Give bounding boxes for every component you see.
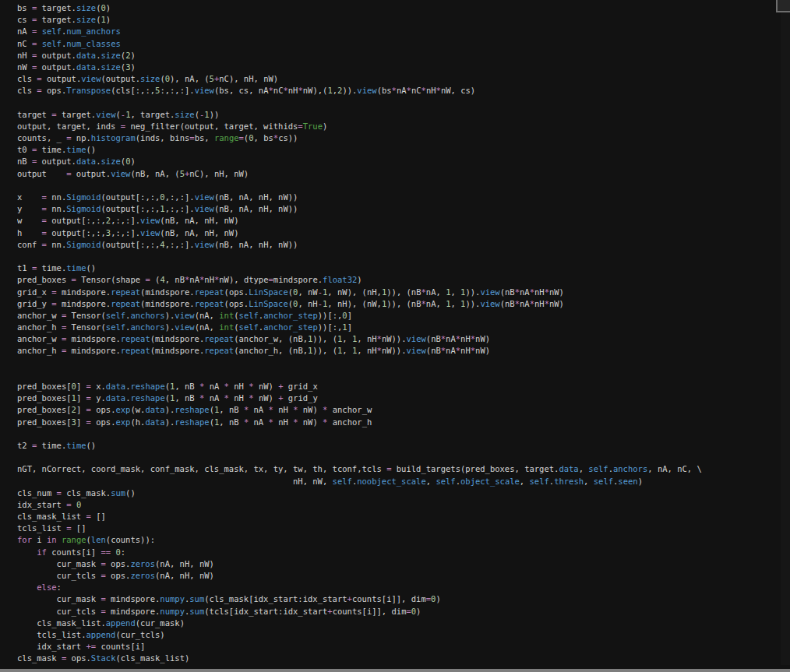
- code-line[interactable]: cls_mask = ops.Stack(cls_mask_list): [17, 653, 779, 664]
- code-line[interactable]: pred_boxes[2] = ops.exp(w.data).reshape(…: [17, 404, 779, 416]
- code-line[interactable]: cur_tcls = ops.zeros(nA, nH, nW): [17, 570, 779, 582]
- code-line[interactable]: x = nn.Sigmoid(output[:,:,0,:,:].view(nB…: [17, 192, 779, 203]
- code-line[interactable]: [17, 428, 779, 440]
- code-token: )), (nB: [386, 299, 421, 308]
- code-line[interactable]: tcls_list = []: [17, 522, 779, 534]
- code-token: repeat: [204, 346, 234, 355]
- code-token: sum: [189, 594, 204, 603]
- code-line[interactable]: idx_start += counts[i]: [17, 641, 779, 653]
- code-line[interactable]: output = output.view(nB, nA, (5+nC), nH,…: [17, 168, 779, 180]
- code-line[interactable]: anchor_w = mindspore.repeat(mindspore.re…: [17, 333, 779, 345]
- code-line[interactable]: cur_mask = mindspore.numpy.sum(cls_mask[…: [17, 593, 779, 605]
- code-token: t2: [17, 441, 32, 450]
- code-line[interactable]: anchor_h = Tensor(self.anchors).view(nA,…: [17, 322, 779, 333]
- code-token: ops.: [66, 653, 91, 663]
- code-line[interactable]: y = nn.Sigmoid(output[:,:,1,:,:].view(nB…: [17, 203, 779, 215]
- code-line[interactable]: grid_y = mindspore.repeat(mindspore.repe…: [17, 298, 779, 310]
- code-line[interactable]: w = output[:,:,2,:,:].view(nB, nA, nH, n…: [17, 215, 779, 227]
- code-line[interactable]: cs = target.size(1): [17, 14, 779, 26]
- code-token: ops.: [91, 405, 116, 414]
- code-line[interactable]: if counts[i] == 0:: [17, 547, 779, 558]
- code-line[interactable]: conf = nn.Sigmoid(output[:,:,4,:,:].view…: [17, 239, 779, 251]
- code-line[interactable]: nGT, nCorrect, coord_mask, conf_mask, cl…: [17, 463, 779, 475]
- code-line[interactable]: anchor_h = mindspore.repeat(mindspore.re…: [17, 345, 779, 357]
- code-token: time.: [37, 145, 66, 154]
- code-line[interactable]: cls = output.view(output.size(0), nA, (5…: [17, 73, 779, 85]
- code-line[interactable]: pred_boxes[0] = x.data.reshape(1, nB * n…: [17, 381, 779, 392]
- code-line[interactable]: [17, 357, 779, 369]
- vertical-scrollbar-track[interactable]: [781, 0, 790, 665]
- code-line[interactable]: cur_mask = ops.zeros(nA, nH, nW): [17, 558, 779, 570]
- code-line[interactable]: pred_boxes[3] = ops.exp(h.data).reshape(…: [17, 417, 779, 428]
- code-line[interactable]: [17, 369, 779, 381]
- code-token: view: [175, 311, 194, 320]
- code-line[interactable]: nH = output.data.size(2): [17, 50, 779, 62]
- code-token: target.: [37, 15, 76, 24]
- code-line[interactable]: [17, 97, 779, 109]
- code-line[interactable]: h = output[:,:,3,:,:].view(nB, nA, nH, n…: [17, 227, 779, 239]
- code-line[interactable]: counts, _ = np.histogram(inds, bins=bs, …: [17, 132, 779, 144]
- code-token: data: [145, 405, 164, 414]
- code-token: pred_boxes[: [17, 417, 72, 427]
- code-line[interactable]: tcls_list.append(cur_tcls): [17, 629, 779, 641]
- code-token: histogram: [91, 133, 136, 142]
- code-area[interactable]: bs = target.size(0)cs = target.size(1)nA…: [17, 2, 779, 666]
- code-line[interactable]: t1 = time.time(): [17, 262, 779, 274]
- code-token: ): [130, 62, 135, 72]
- code-line[interactable]: pred_boxes = Tensor(shape = (4, nB*nA*nH…: [17, 274, 779, 286]
- code-token: nW), dtype: [219, 275, 268, 284]
- code-token: view: [407, 346, 426, 355]
- code-line[interactable]: [17, 452, 779, 463]
- code-line[interactable]: anchor_w = Tensor(self.anchors).view(nA,…: [17, 310, 779, 322]
- code-token: nH: [534, 299, 545, 308]
- code-line[interactable]: idx_start = 0: [17, 499, 779, 511]
- code-token: view: [140, 228, 160, 237]
- code-line[interactable]: output, target, inds = neg_filter(output…: [17, 121, 779, 132]
- code-token: ,: [450, 287, 460, 297]
- code-line[interactable]: t0 = time.time(): [17, 144, 779, 156]
- code-token: sum: [111, 488, 125, 498]
- code-token: output.: [72, 169, 111, 178]
- code-token: ,:,:].: [111, 228, 140, 237]
- code-line[interactable]: pred_boxes[1] = y.data.reshape(1, nB * n…: [17, 392, 779, 404]
- code-token: (nA, nH, nW): [155, 559, 214, 568]
- code-token: data: [76, 62, 96, 72]
- code-token: (cur_mask): [136, 618, 185, 628]
- code-line[interactable]: target = target.view(-1, target.size(-1)…: [17, 109, 779, 121]
- code-token: in: [47, 535, 57, 544]
- code-line[interactable]: cls = ops.Transpose(cls[:,:,5:,:,:].view…: [17, 85, 779, 97]
- code-token: )): [210, 110, 220, 119]
- code-token: repeat: [195, 287, 224, 297]
- code-line[interactable]: else:: [17, 582, 779, 593]
- code-line[interactable]: nB = output.data.size(0): [17, 156, 779, 167]
- code-line[interactable]: nH, nW, self.noobject_scale, self.object…: [17, 476, 779, 487]
- code-token: view: [407, 334, 426, 343]
- code-line[interactable]: [17, 251, 779, 262]
- vertical-scrollbar-thumb[interactable]: [776, 0, 790, 12]
- code-line[interactable]: cls_mask_list = []: [17, 511, 779, 522]
- code-token: time: [66, 145, 86, 154]
- code-token: cls_num: [17, 488, 57, 498]
- horizontal-scrollbar[interactable]: [0, 669, 790, 672]
- code-token: nH, nW,: [17, 477, 333, 486]
- code-line[interactable]: cur_tcls = mindspore.numpy.sum(tcls[idx_…: [17, 606, 779, 617]
- code-token: output.: [37, 62, 76, 72]
- code-token: data: [559, 464, 578, 473]
- code-token: ,: [342, 346, 352, 355]
- code-line[interactable]: cls_mask_list.append(cur_mask): [17, 617, 779, 629]
- code-line[interactable]: cls_num = cls_mask.sum(): [17, 487, 779, 499]
- code-token: ).: [165, 405, 175, 414]
- code-token: ): [130, 157, 135, 166]
- code-token: nA,: [426, 287, 446, 297]
- code-line[interactable]: t2 = time.time(): [17, 440, 779, 452]
- code-line[interactable]: for i in range(len(counts)):: [17, 534, 779, 546]
- code-line[interactable]: grid_x = mindspore.repeat(mindspore.repe…: [17, 287, 779, 298]
- code-line[interactable]: nW = output.data.size(3): [17, 62, 779, 73]
- code-token: []: [91, 512, 106, 521]
- code-token: (): [86, 441, 97, 450]
- code-line[interactable]: nC = self.num_classes: [17, 38, 779, 50]
- code-line[interactable]: nA = self.num_anchors: [17, 26, 779, 37]
- code-line[interactable]: bs = target.size(0): [17, 2, 779, 14]
- code-token: nC), nH, nW): [219, 74, 278, 83]
- code-line[interactable]: [17, 180, 779, 192]
